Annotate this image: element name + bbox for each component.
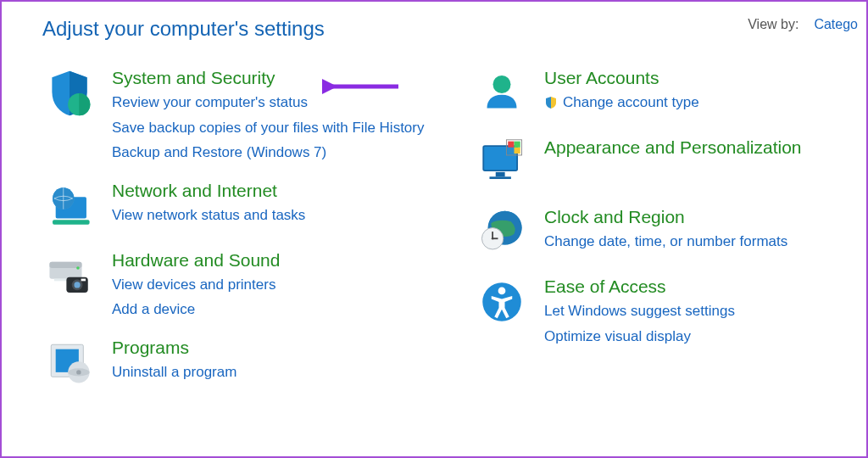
change-date-link[interactable]: Change date, time, or number formats	[544, 231, 787, 253]
svg-rect-11	[81, 278, 86, 281]
monitor-icon	[475, 136, 529, 190]
svg-point-33	[498, 288, 506, 295]
programs-icon	[42, 336, 97, 390]
svg-rect-21	[490, 176, 511, 179]
svg-point-17	[493, 75, 511, 93]
user-icon	[475, 66, 529, 120]
system-security-title[interactable]: System and Security	[112, 68, 425, 88]
svg-point-31	[492, 237, 494, 240]
svg-rect-20	[496, 172, 505, 176]
accessibility-icon	[475, 275, 529, 329]
hardware-sound-title[interactable]: Hardware and Sound	[112, 250, 280, 271]
category-user-accounts: User Accounts Change account type	[475, 66, 848, 120]
svg-rect-23	[515, 142, 520, 148]
ease-of-access-title[interactable]: Ease of Access	[544, 276, 735, 297]
user-accounts-title[interactable]: User Accounts	[544, 68, 699, 88]
svg-rect-2	[53, 220, 90, 224]
review-status-link[interactable]: Review your computer's status	[112, 92, 425, 114]
add-device-link[interactable]: Add a device	[112, 299, 280, 321]
optimize-display-link[interactable]: Optimize visual display	[544, 326, 735, 348]
clock-region-title[interactable]: Clock and Region	[544, 207, 787, 227]
clock-globe-icon	[475, 205, 529, 260]
file-history-link[interactable]: Save backup copies of your files with Fi…	[112, 117, 425, 139]
svg-rect-25	[515, 148, 520, 154]
view-by-value[interactable]: Catego	[814, 17, 858, 32]
category-clock-region: Clock and Region Change date, time, or n…	[475, 205, 848, 260]
network-icon	[42, 179, 97, 233]
network-status-link[interactable]: View network status and tasks	[112, 204, 305, 226]
category-hardware-sound: Hardware and Sound View devices and prin…	[42, 249, 449, 321]
category-system-security: System and Security Review your computer…	[42, 66, 449, 164]
svg-point-7	[76, 266, 80, 270]
view-by-label: View by:	[748, 17, 798, 32]
view-by: View by: Catego	[748, 17, 858, 32]
svg-rect-24	[508, 148, 514, 154]
category-appearance: Appearance and Personalization	[475, 136, 848, 190]
category-ease-of-access: Ease of Access Let Windows suggest setti…	[475, 275, 848, 347]
category-programs: Programs Uninstall a program	[42, 336, 449, 390]
backup-restore-link[interactable]: Backup and Restore (Windows 7)	[112, 142, 425, 164]
svg-point-16	[76, 370, 81, 374]
uac-shield-icon	[544, 96, 558, 109]
programs-title[interactable]: Programs	[112, 338, 236, 358]
appearance-title[interactable]: Appearance and Personalization	[544, 137, 802, 158]
uninstall-program-link[interactable]: Uninstall a program	[112, 361, 236, 383]
windows-suggest-link[interactable]: Let Windows suggest settings	[544, 300, 735, 322]
change-account-type-link[interactable]: Change account type	[563, 92, 699, 114]
page-title: Adjust your computer's settings	[42, 17, 325, 41]
svg-point-10	[74, 282, 80, 288]
category-network-internet: Network and Internet View network status…	[42, 179, 449, 233]
shield-icon	[42, 66, 97, 120]
printer-camera-icon	[42, 249, 97, 303]
svg-rect-22	[508, 142, 514, 148]
network-internet-title[interactable]: Network and Internet	[112, 181, 305, 201]
view-devices-link[interactable]: View devices and printers	[112, 274, 280, 296]
